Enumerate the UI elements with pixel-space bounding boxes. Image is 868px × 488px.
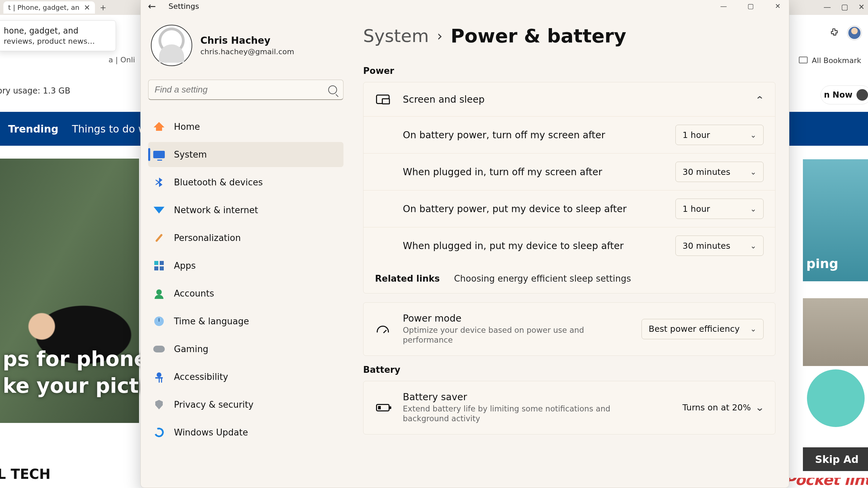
select-battery-screen[interactable]: 1 hour ⌄ <box>675 125 764 145</box>
sidebar-item-personalization[interactable]: Personalization <box>148 225 343 250</box>
profile-name: Chris Hachey <box>200 35 294 46</box>
search-field[interactable] <box>155 84 328 95</box>
sidebar-item-label: Home <box>174 122 200 132</box>
battery-icon <box>375 401 391 414</box>
clock-image <box>807 369 865 427</box>
bookmarks-bar: All Bookmark <box>780 53 868 68</box>
row-battery-sleep: On battery power, put my device to sleep… <box>363 190 775 227</box>
sidebar-item-apps[interactable]: Apps <box>148 253 343 278</box>
sidebar-item-label: Gaming <box>174 344 209 354</box>
sidebar-item-network[interactable]: Network & internet <box>148 198 343 223</box>
page-title: Power & battery <box>451 25 626 47</box>
account-profile[interactable]: Chris Hachey chris.hachey@gmail.com <box>151 25 343 66</box>
sidebar-item-accounts[interactable]: Accounts <box>148 281 343 306</box>
select-value: 1 hour <box>683 204 710 214</box>
sidebar-item-label: Personalization <box>174 233 241 243</box>
sidebar-item-label: Windows Update <box>174 427 248 438</box>
chevron-down-icon: ⌄ <box>750 325 756 333</box>
select-plugged-screen[interactable]: 30 minutes ⌄ <box>675 162 764 182</box>
brush-icon <box>153 233 165 243</box>
sign-in-pill[interactable]: n Now <box>821 85 868 104</box>
bluetooth-icon <box>153 177 165 187</box>
shield-icon <box>153 400 165 410</box>
sidebar-item-gaming[interactable]: Gaming <box>148 337 343 362</box>
toolbar-right <box>780 24 868 42</box>
row-plugged-screen: When plugged in, turn off my screen afte… <box>363 153 775 190</box>
panel-power-mode: Power mode Optimize your device based on… <box>363 302 775 356</box>
browser-tab[interactable]: t | Phone, gadget, an ✕ <box>3 1 95 14</box>
select-battery-sleep[interactable]: 1 hour ⌄ <box>675 199 764 219</box>
profile-avatar-icon[interactable] <box>848 26 861 40</box>
sidebar-item-time[interactable]: Time & language <box>148 309 343 334</box>
profile-email: chris.hachey@gmail.com <box>200 47 294 56</box>
sidebar-item-privacy[interactable]: Privacy & security <box>148 392 343 417</box>
update-icon <box>153 427 165 438</box>
new-tab-button[interactable]: ＋ <box>97 1 109 14</box>
site-watermark: Pocket lint <box>785 471 868 488</box>
person-icon <box>856 89 868 101</box>
nav-item-trending[interactable]: Trending <box>8 123 58 135</box>
tooltip-line2: reviews, product news… <box>4 37 110 45</box>
close-icon[interactable]: ✕ <box>84 3 90 12</box>
breadcrumb-parent[interactable]: System <box>363 26 429 46</box>
row-battery-saver[interactable]: Battery saver Extend battery life by lim… <box>363 381 775 434</box>
row-label: When plugged in, put my device to sleep … <box>403 240 675 251</box>
extensions-icon[interactable] <box>829 27 840 38</box>
row-battery-screen: On battery power, turn off my screen aft… <box>363 116 775 153</box>
related-links-label: Related links <box>375 273 440 284</box>
row-plugged-sleep: When plugged in, put my device to sleep … <box>363 227 775 264</box>
minimize-icon[interactable]: — <box>718 2 729 10</box>
article-thumb-bottom[interactable] <box>803 298 868 366</box>
section-power-label: Power <box>363 66 775 76</box>
main-content: System › Power & battery Power Screen an… <box>351 15 789 488</box>
row-desc: Extend battery life by limiting some not… <box>403 404 620 424</box>
chevron-down-icon: ⌄ <box>750 205 756 213</box>
article-thumb-top[interactable]: ping <box>803 159 868 281</box>
minimize-icon[interactable]: — <box>824 3 831 11</box>
skip-ad-label: Skip Ad <box>815 453 859 465</box>
related-link-sleep-settings[interactable]: Choosing energy efficient sleep settings <box>454 273 631 284</box>
titlebar: ← Settings — ▢ ✕ <box>141 0 789 15</box>
settings-window: ← Settings — ▢ ✕ Chris Hachey chris.hach… <box>140 0 789 488</box>
select-power-mode[interactable]: Best power efficiency ⌄ <box>642 319 764 339</box>
row-desc: Optimize your device based on power use … <box>403 325 620 345</box>
sidebar-item-accessibility[interactable]: Accessibility <box>148 364 343 389</box>
sidebar-item-label: Accessibility <box>174 372 228 382</box>
chevron-down-icon: ⌄ <box>750 131 756 139</box>
sidebar-item-system[interactable]: System <box>148 142 343 167</box>
select-value: 30 minutes <box>683 241 730 251</box>
back-icon[interactable]: ← <box>147 1 157 11</box>
row-screen-and-sleep-header[interactable]: Screen and sleep ⌄ <box>363 82 775 116</box>
clock-icon <box>153 316 165 326</box>
sign-in-label: n Now <box>824 90 852 100</box>
sidebar-item-home[interactable]: Home <box>148 114 343 139</box>
sidebar-item-label: Privacy & security <box>174 400 254 410</box>
search-icon <box>328 85 337 94</box>
chevron-down-icon: ⌄ <box>750 168 756 176</box>
close-icon[interactable]: ✕ <box>773 2 783 10</box>
row-title: Power mode <box>403 313 642 324</box>
tooltip-url: a | Onli <box>108 56 135 64</box>
select-value: 30 minutes <box>683 167 730 177</box>
row-label: On battery power, turn off my screen aft… <box>403 129 675 141</box>
search-input[interactable] <box>148 80 343 100</box>
sidebar-item-bluetooth[interactable]: Bluetooth & devices <box>148 170 343 195</box>
close-window-icon[interactable]: ✕ <box>859 3 865 11</box>
skip-ad-button[interactable]: Skip Ad <box>803 447 868 471</box>
thumb-label: ping <box>806 256 838 271</box>
select-plugged-sleep[interactable]: 30 minutes ⌄ <box>675 236 764 256</box>
sidebar-item-update[interactable]: Windows Update <box>148 420 343 445</box>
sidebar-item-label: System <box>174 149 207 160</box>
person-icon <box>153 288 165 299</box>
breadcrumb: System › Power & battery <box>363 25 775 47</box>
sidebar-item-label: Network & internet <box>174 205 258 215</box>
maximize-icon[interactable]: ▢ <box>841 3 848 11</box>
apps-icon <box>153 261 165 271</box>
chevron-up-icon: ⌄ <box>755 94 764 105</box>
chevron-down-icon: ⌄ <box>755 402 764 413</box>
maximize-icon[interactable]: ▢ <box>746 2 756 10</box>
screen-icon <box>375 93 391 106</box>
select-value: Best power efficiency <box>649 324 740 334</box>
sidebar-item-label: Bluetooth & devices <box>174 177 263 187</box>
all-bookmarks-link[interactable]: All Bookmark <box>812 56 861 65</box>
